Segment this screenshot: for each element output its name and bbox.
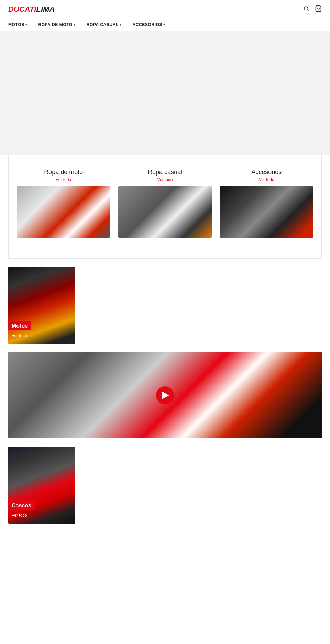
collection-link-accesorios[interactable]: Ver todo <box>259 177 274 182</box>
hero-banner <box>0 31 330 155</box>
featured-label-cascos: Cascos <box>8 501 35 510</box>
collection-title-accesorios: Accesorios <box>251 169 282 176</box>
header-icons <box>303 5 322 14</box>
chevron-down-icon-accesorios: ▾ <box>163 23 165 26</box>
chevron-down-icon-ropa-casual: ▾ <box>120 23 122 26</box>
logo-lima: LIMA <box>36 5 55 13</box>
nav-label-accesorios: ACCESORIOS <box>133 22 163 27</box>
main-nav: MOTOS ▾ ROPA DE MOTO ▾ ROPA CASUAL ▾ ACC… <box>0 19 330 31</box>
logo[interactable]: DUCATILIMA <box>8 5 55 14</box>
collection-title-ropa-casual: Ropa casual <box>148 169 182 176</box>
play-button[interactable] <box>156 386 174 404</box>
featured-card-motos[interactable]: Motos Ver todo <box>8 267 75 344</box>
collection-image-ropa-moto <box>17 186 110 238</box>
featured-bg-cascos <box>8 447 75 524</box>
header: DUCATILIMA <box>0 0 330 19</box>
play-icon <box>162 392 169 399</box>
chevron-down-icon-motos: ▾ <box>25 23 28 26</box>
video-section[interactable] <box>8 352 322 438</box>
search-icon[interactable] <box>303 5 309 13</box>
featured-ver-todo-motos[interactable]: Ver todo <box>12 333 27 338</box>
nav-label-ropa-casual: ROPA CASUAL <box>87 22 119 27</box>
nav-label-ropa-moto: ROPA DE MOTO <box>38 22 73 27</box>
nav-item-accesorios[interactable]: ACCESORIOS ▾ <box>133 22 165 27</box>
collection-link-ropa-moto[interactable]: Ver todo <box>56 177 71 182</box>
nav-item-ropa-moto[interactable]: ROPA DE MOTO ▾ <box>38 22 75 27</box>
chevron-down-icon-ropa-moto: ▾ <box>74 23 76 26</box>
featured-label-motos: Motos <box>8 321 31 330</box>
collections-grid: Ropa de moto Ver todo Ropa casual Ver to… <box>17 169 313 238</box>
nav-item-motos[interactable]: MOTOS ▾ <box>8 22 27 27</box>
svg-line-1 <box>307 10 309 11</box>
featured-cascos-section: Cascos Ver todo <box>8 447 322 524</box>
featured-motos-section: Motos Ver todo <box>8 267 322 344</box>
featured-ver-todo-cascos[interactable]: Ver todo <box>12 513 27 518</box>
featured-bg-motos <box>8 267 75 344</box>
svg-point-0 <box>304 7 308 10</box>
cart-icon[interactable] <box>315 5 322 14</box>
collection-title-ropa-moto: Ropa de moto <box>44 169 83 176</box>
nav-label-motos: MOTOS <box>8 22 24 27</box>
collection-link-ropa-casual[interactable]: Ver todo <box>157 177 173 182</box>
nav-item-ropa-casual[interactable]: ROPA CASUAL ▾ <box>87 22 122 27</box>
featured-card-cascos[interactable]: Cascos Ver todo <box>8 447 75 524</box>
collection-image-ropa-casual <box>118 186 211 238</box>
collection-card-accesorios: Accesorios Ver todo <box>220 169 313 238</box>
logo-ducati: DUCATI <box>8 5 36 13</box>
collections-section: Ropa de moto Ver todo Ropa casual Ver to… <box>8 155 322 259</box>
collection-card-ropa-casual: Ropa casual Ver todo <box>118 169 211 238</box>
collection-image-accesorios <box>220 186 313 238</box>
collection-card-ropa-moto: Ropa de moto Ver todo <box>17 169 110 238</box>
